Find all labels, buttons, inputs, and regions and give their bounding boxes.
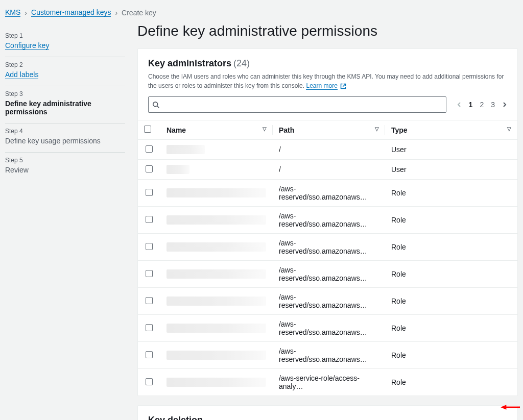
row-type: Role: [385, 369, 517, 396]
step-3: Step 3 Define key administrative permiss…: [5, 86, 125, 123]
step-title[interactable]: Configure key: [5, 41, 49, 50]
pagination: 1 2 3: [457, 101, 507, 109]
row-type: User: [385, 140, 517, 160]
breadcrumb-kms[interactable]: KMS: [5, 8, 20, 17]
step-title: Define key usage permissions: [5, 137, 125, 145]
select-all-checkbox[interactable]: [144, 126, 151, 133]
pagination-prev-icon[interactable]: [457, 102, 462, 107]
breadcrumb: KMS › Customer-managed keys › Create key: [0, 0, 523, 21]
row-checkbox[interactable]: [146, 243, 153, 250]
page-title: Define key administrative permissions: [137, 23, 518, 39]
admins-table: Name▽ Path▽ Type▽ /User/User/aws-reserve…: [138, 120, 517, 396]
row-type: Role: [385, 207, 517, 234]
row-path: /aws-reserved/sso.amazonaws…: [273, 288, 385, 315]
select-all-header: [138, 120, 160, 140]
deletion-title: Key deletion: [138, 406, 517, 420]
panel-description: Choose the IAM users and roles who can a…: [148, 72, 507, 90]
row-checkbox[interactable]: [146, 297, 153, 304]
chevron-right-icon: ›: [115, 9, 117, 17]
row-type: Role: [385, 315, 517, 342]
panel-title: Key administrators: [148, 58, 231, 68]
step-title: Review: [5, 166, 125, 174]
redacted-name: [167, 297, 266, 306]
pagination-next-icon[interactable]: [502, 102, 507, 107]
search-box: [148, 96, 446, 113]
table-row: /aws-service-role/access-analy…Role: [138, 369, 517, 396]
learn-more-link[interactable]: Learn more: [306, 82, 337, 90]
row-checkbox[interactable]: [146, 378, 153, 385]
wizard-sidebar: Step 1 Configure key Step 2 Add labels S…: [5, 21, 125, 420]
row-path: /aws-reserved/sso.amazonaws…: [273, 180, 385, 207]
row-checkbox[interactable]: [146, 145, 153, 153]
row-checkbox[interactable]: [146, 270, 153, 277]
table-row: /User: [138, 160, 517, 180]
redacted-name: [167, 269, 266, 279]
redacted-name: [167, 351, 266, 360]
step-number: Step 4: [5, 128, 125, 135]
row-path: /aws-service-role/access-analy…: [273, 369, 385, 396]
step-4: Step 4 Define key usage permissions: [5, 123, 125, 153]
sort-icon: ▽: [263, 126, 267, 132]
pagination-page-3[interactable]: 3: [491, 101, 495, 109]
step-5: Step 5 Review: [5, 153, 125, 181]
svg-marker-2: [501, 405, 506, 410]
table-row: /aws-reserved/sso.amazonaws…Role: [138, 180, 517, 207]
table-row: /User: [138, 140, 517, 160]
sort-icon: ▽: [507, 126, 511, 132]
step-number: Step 1: [5, 32, 125, 39]
row-path: /aws-reserved/sso.amazonaws…: [273, 342, 385, 369]
table-row: /aws-reserved/sso.amazonaws…Role: [138, 234, 517, 261]
step-number: Step 3: [5, 90, 125, 97]
row-type: Role: [385, 342, 517, 369]
redacted-name: [167, 145, 205, 154]
key-deletion-panel: Key deletion Allow key administrators to…: [137, 405, 518, 420]
table-row: /aws-reserved/sso.amazonaws…Role: [138, 288, 517, 315]
search-icon: [152, 101, 159, 108]
step-2[interactable]: Step 2 Add labels: [5, 57, 125, 86]
row-path: /aws-reserved/sso.amazonaws…: [273, 315, 385, 342]
main-content: Define key administrative permissions Ke…: [125, 21, 518, 420]
row-checkbox[interactable]: [146, 351, 153, 358]
table-row: /aws-reserved/sso.amazonaws…Role: [138, 261, 517, 288]
pagination-page-1[interactable]: 1: [469, 101, 473, 109]
row-path: /aws-reserved/sso.amazonaws…: [273, 234, 385, 261]
arrow-annotation-icon: [501, 404, 520, 411]
table-row: /aws-reserved/sso.amazonaws…Role: [138, 342, 517, 369]
table-row: /aws-reserved/sso.amazonaws…Role: [138, 315, 517, 342]
row-type: User: [385, 160, 517, 180]
sort-icon: ▽: [375, 126, 379, 132]
step-1[interactable]: Step 1 Configure key: [5, 28, 125, 57]
row-checkbox[interactable]: [146, 324, 153, 331]
external-link-icon: [340, 83, 346, 89]
row-path: /aws-reserved/sso.amazonaws…: [273, 207, 385, 234]
row-path: /: [273, 140, 385, 160]
step-number: Step 2: [5, 61, 125, 68]
redacted-name: [167, 324, 266, 333]
row-path: /aws-reserved/sso.amazonaws…: [273, 261, 385, 288]
redacted-name: [167, 165, 189, 174]
column-path[interactable]: Path▽: [273, 120, 385, 140]
column-type[interactable]: Type▽: [385, 120, 517, 140]
step-title[interactable]: Add labels: [5, 70, 38, 79]
pagination-page-2[interactable]: 2: [480, 101, 484, 109]
breadcrumb-customer-keys[interactable]: Customer-managed keys: [31, 8, 111, 17]
table-row: /aws-reserved/sso.amazonaws…Role: [138, 207, 517, 234]
row-path: /: [273, 160, 385, 180]
panel-count: (24): [233, 58, 250, 68]
column-name[interactable]: Name▽: [160, 120, 273, 140]
svg-point-0: [153, 102, 158, 107]
row-type: Role: [385, 180, 517, 207]
row-type: Role: [385, 234, 517, 261]
row-checkbox[interactable]: [146, 165, 153, 172]
row-type: Role: [385, 288, 517, 315]
row-checkbox[interactable]: [146, 189, 153, 196]
redacted-name: [167, 215, 266, 225]
redacted-name: [167, 378, 266, 387]
search-input[interactable]: [148, 96, 446, 113]
step-title: Define key administrative permissions: [5, 100, 125, 116]
row-checkbox[interactable]: [146, 216, 153, 223]
key-administrators-panel: Key administrators (24) Choose the IAM u…: [137, 48, 518, 396]
chevron-right-icon: ›: [25, 9, 27, 17]
step-number: Step 5: [5, 157, 125, 164]
row-type: Role: [385, 261, 517, 288]
